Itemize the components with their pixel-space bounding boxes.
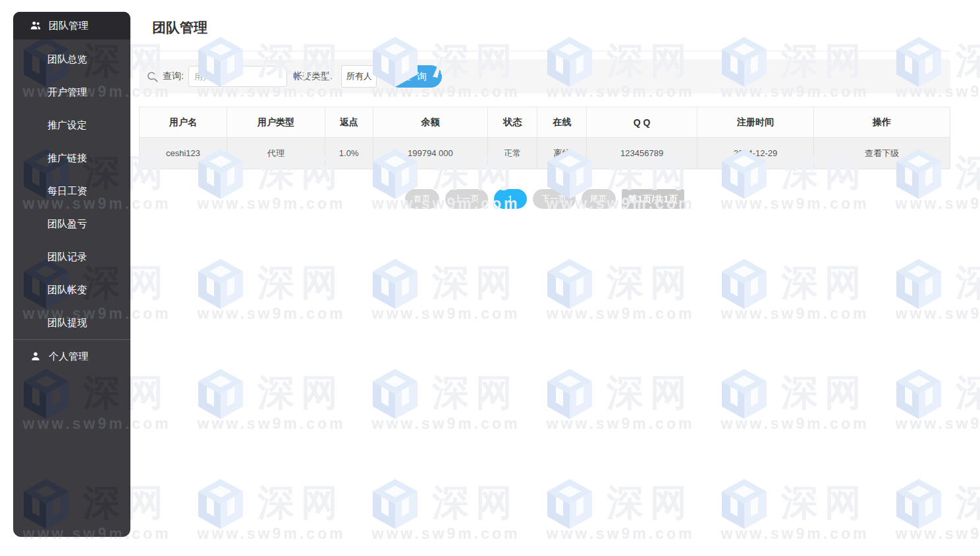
watermark-brand: 深网 (83, 374, 130, 411)
sidebar-item-daily-wage[interactable]: 每日工资 (13, 175, 130, 208)
user-icon (30, 350, 41, 362)
watermark-brand: 深网 (83, 484, 130, 521)
query-button[interactable]: 查 询 (388, 65, 442, 88)
cell-online: 离线 (537, 138, 587, 169)
sidebar: 深网www.sw9m.com深网www.sw9m.com深网www.sw9m.c… (13, 12, 130, 537)
search-bar: 查询: 帐变类型: 查 询 (139, 59, 950, 94)
pagination-page-1-button[interactable]: 1 (494, 189, 527, 209)
pagination: 首页 上一页 1 下一页 尾页 第1页/共1页 (139, 189, 950, 209)
cell-qq: 123456789 (587, 138, 697, 169)
sidebar-item-personal-management[interactable]: 个人管理 (13, 340, 130, 373)
watermark-url: www.sw9m.com (20, 415, 130, 433)
sidebar-item-promo-settings[interactable]: 推广设定 (13, 109, 130, 142)
sidebar-item-team-management[interactable]: 团队管理 (13, 12, 130, 40)
col-online: 在线 (537, 107, 587, 138)
sidebar-item-team-overview[interactable]: 团队总览 (13, 43, 130, 76)
query-label: 查询: (163, 70, 184, 82)
cell-balance: 199794.000 (373, 138, 488, 169)
pagination-prev-button[interactable]: 上一页 (445, 189, 488, 209)
sidebar-item-promo-links[interactable]: 推广链接 (13, 142, 130, 175)
username-input[interactable] (188, 66, 287, 87)
cell-register-time: 2024-12-29 (697, 138, 813, 169)
view-subordinates-link[interactable]: 查看下级 (865, 148, 899, 158)
sidebar-item-team-records[interactable]: 团队记录 (13, 240, 130, 273)
col-register-time: 注册时间 (697, 107, 813, 138)
sidebar-item-team-withdrawal[interactable]: 团队提现 (13, 306, 130, 339)
col-status: 状态 (488, 107, 537, 138)
cell-status: 正常 (488, 138, 537, 169)
page-title: 团队管理 (152, 18, 980, 37)
pagination-last-button[interactable]: 尾页 (582, 189, 616, 209)
table-header-row: 用户名 用户类型 返点 余额 状态 在线 Q Q 注册时间 操作 (140, 107, 950, 138)
search-icon (146, 70, 159, 83)
pagination-next-button[interactable]: 下一页 (533, 189, 576, 209)
pagination-first-button[interactable]: 首页 (405, 189, 439, 209)
table-row: ceshi123 代理 1.0% 199794.000 正常 离线 123456… (140, 138, 950, 169)
sidebar-menu: 团队总览 开户管理 推广设定 推广链接 每日工资 团队盈亏 团队记录 团队帐变 … (13, 40, 130, 339)
cell-user-type: 代理 (227, 138, 325, 169)
watermark-tile: 深网www.sw9m.com (20, 476, 130, 537)
team-table: 用户名 用户类型 返点 余额 状态 在线 Q Q 注册时间 操作 ceshi12… (139, 107, 950, 169)
sidebar-item-team-pnl[interactable]: 团队盈亏 (13, 208, 130, 240)
col-username: 用户名 (140, 107, 227, 138)
col-rebate: 返点 (325, 107, 373, 138)
col-user-type: 用户类型 (227, 107, 325, 138)
sidebar-item-team-transactions[interactable]: 团队帐变 (13, 273, 130, 306)
app-window: 深网www.sw9m.com深网www.sw9m.com深网www.sw9m.c… (0, 0, 980, 556)
transaction-type-label: 帐变类型: (293, 70, 333, 82)
title-divider (139, 51, 950, 51)
watermark-url: www.sw9m.com (20, 525, 130, 537)
main-content: 团队管理 查询: 帐变类型: 查 询 用户名 (130, 0, 980, 556)
col-actions: 操作 (814, 107, 950, 138)
users-icon (30, 20, 41, 32)
watermark-tile: 深网www.sw9m.com (20, 366, 130, 433)
transaction-type-select[interactable] (341, 65, 377, 88)
cell-username: ceshi123 (140, 138, 227, 169)
col-balance: 余额 (373, 107, 488, 138)
pagination-info: 第1页/共1页 (622, 189, 684, 209)
cell-rebate: 1.0% (325, 138, 373, 169)
col-qq: Q Q (587, 107, 697, 138)
sidebar-item-account-opening[interactable]: 开户管理 (13, 76, 130, 109)
sidebar-item-label: 团队管理 (49, 20, 88, 32)
sidebar-item-label: 个人管理 (49, 350, 88, 363)
